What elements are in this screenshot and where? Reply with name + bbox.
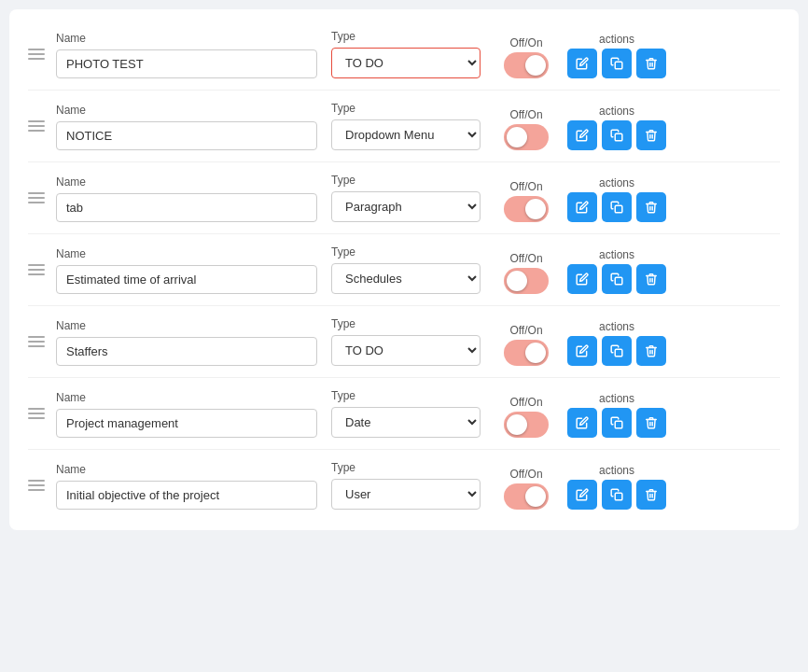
delete-button-3[interactable] [636, 192, 666, 222]
svg-rect-3 [615, 277, 622, 285]
actions-group-5: actions [567, 320, 666, 366]
toggle-5[interactable] [504, 340, 549, 366]
toggle-label-1: Off/On [509, 36, 542, 49]
actions-group-1: actions [567, 33, 666, 78]
type-select-6[interactable]: TO DODropdown MenuParagraphSchedulesDate… [331, 407, 481, 438]
actions-label-2: actions [599, 105, 634, 118]
type-field-group-5: Type TO DODropdown MenuParagraphSchedule… [331, 317, 481, 366]
actions-label-6: actions [599, 392, 634, 405]
toggle-group-4: Off/On [504, 252, 549, 294]
actions-buttons-4 [567, 264, 666, 294]
toggle-label-7: Off/On [509, 468, 542, 481]
toggle-6[interactable] [504, 412, 549, 438]
actions-group-7: actions [567, 464, 666, 510]
toggle-label-5: Off/On [509, 324, 542, 337]
type-select-3[interactable]: TO DODropdown MenuParagraphSchedulesDate… [331, 191, 481, 222]
toggle-3[interactable] [504, 196, 549, 222]
name-input-5[interactable] [56, 337, 317, 366]
name-input-1[interactable] [56, 49, 317, 78]
type-field-group-1: Type TO DODropdown MenuParagraphSchedule… [331, 30, 481, 78]
svg-rect-4 [615, 349, 622, 357]
name-input-3[interactable] [56, 193, 317, 222]
drag-handle-5[interactable] [28, 336, 47, 347]
name-label-6: Name [56, 391, 317, 404]
actions-buttons-6 [567, 408, 666, 438]
type-label-4: Type [331, 245, 481, 259]
actions-group-3: actions [567, 176, 666, 222]
name-field-group-3: Name [56, 175, 317, 222]
copy-button-3[interactable] [602, 192, 632, 222]
type-select-5[interactable]: TO DODropdown MenuParagraphSchedulesDate… [331, 335, 481, 366]
name-label-1: Name [56, 32, 317, 45]
delete-button-5[interactable] [636, 336, 666, 366]
actions-buttons-1 [567, 49, 666, 78]
actions-label-4: actions [599, 248, 634, 261]
name-input-7[interactable] [56, 481, 317, 510]
drag-handle-6[interactable] [28, 408, 47, 419]
row-content-3: Name Type TO DODropdown MenuParagraphSch… [56, 174, 780, 222]
toggle-group-2: Off/On [504, 108, 549, 150]
copy-button-2[interactable] [602, 120, 632, 150]
edit-button-6[interactable] [567, 408, 597, 438]
toggle-4[interactable] [504, 268, 549, 294]
type-label-5: Type [331, 317, 481, 330]
copy-button-4[interactable] [602, 264, 632, 294]
type-select-1[interactable]: TO DODropdown MenuParagraphSchedulesDate… [331, 48, 481, 78]
type-label-3: Type [331, 174, 481, 187]
delete-button-7[interactable] [636, 480, 666, 510]
edit-button-4[interactable] [567, 264, 597, 294]
name-label-4: Name [56, 247, 317, 260]
toggle-7[interactable] [504, 483, 549, 510]
row-content-1: Name Type TO DODropdown MenuParagraphSch… [56, 30, 780, 78]
name-field-group-4: Name [56, 247, 317, 294]
name-input-6[interactable] [56, 409, 317, 438]
name-input-2[interactable] [56, 121, 317, 150]
toggle-group-1: Off/On [504, 36, 549, 78]
name-field-group-2: Name [56, 104, 317, 150]
type-select-2[interactable]: TO DODropdown MenuParagraphSchedulesDate… [331, 119, 481, 150]
delete-button-1[interactable] [636, 49, 666, 78]
name-input-4[interactable] [56, 265, 317, 294]
delete-button-4[interactable] [636, 264, 666, 294]
toggle-1[interactable] [504, 52, 549, 78]
delete-button-6[interactable] [636, 408, 666, 438]
svg-rect-5 [615, 421, 622, 428]
delete-button-2[interactable] [636, 120, 666, 150]
copy-button-5[interactable] [602, 336, 632, 366]
row-content-4: Name Type TO DODropdown MenuParagraphSch… [56, 245, 780, 294]
table-row: Name Type TO DODropdown MenuParagraphSch… [28, 234, 780, 306]
copy-button-7[interactable] [602, 480, 632, 510]
toggle-2[interactable] [504, 124, 549, 150]
actions-buttons-2 [567, 120, 666, 150]
actions-buttons-5 [567, 336, 666, 366]
type-field-group-2: Type TO DODropdown MenuParagraphSchedule… [331, 102, 481, 150]
table-row: Name Type TO DODropdown MenuParagraphSch… [28, 91, 780, 162]
drag-handle-3[interactable] [28, 192, 47, 203]
edit-button-5[interactable] [567, 336, 597, 366]
name-field-group-7: Name [56, 463, 317, 510]
drag-handle-1[interactable] [28, 49, 47, 60]
type-select-4[interactable]: TO DODropdown MenuParagraphSchedulesDate… [331, 263, 481, 294]
actions-buttons-3 [567, 192, 666, 222]
type-field-group-6: Type TO DODropdown MenuParagraphSchedule… [331, 389, 481, 438]
drag-handle-7[interactable] [28, 480, 47, 491]
type-select-7[interactable]: TO DODropdown MenuParagraphSchedulesDate… [331, 479, 481, 510]
edit-button-3[interactable] [567, 192, 597, 222]
actions-group-6: actions [567, 392, 666, 438]
edit-button-1[interactable] [567, 49, 597, 78]
actions-label-3: actions [599, 176, 634, 189]
copy-button-6[interactable] [602, 408, 632, 438]
table-row: Name Type TO DODropdown MenuParagraphSch… [28, 450, 780, 521]
toggle-group-3: Off/On [504, 180, 549, 222]
actions-label-1: actions [599, 33, 634, 46]
copy-button-1[interactable] [602, 49, 632, 78]
name-field-group-6: Name [56, 391, 317, 438]
edit-button-2[interactable] [567, 120, 597, 150]
drag-handle-4[interactable] [28, 264, 47, 275]
edit-button-7[interactable] [567, 480, 597, 510]
actions-label-5: actions [599, 320, 634, 333]
type-label-2: Type [331, 102, 481, 115]
svg-rect-1 [615, 133, 622, 141]
drag-handle-2[interactable] [28, 120, 47, 132]
row-content-2: Name Type TO DODropdown MenuParagraphSch… [56, 102, 780, 150]
